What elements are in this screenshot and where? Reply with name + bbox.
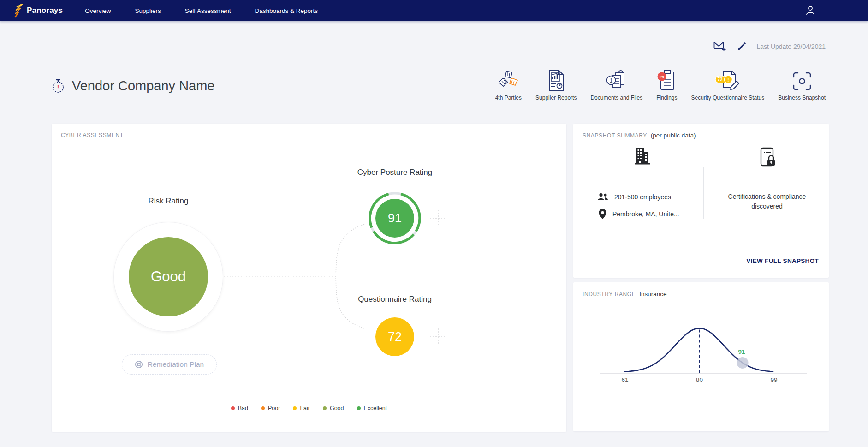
toolbar-item-findings[interactable]: 29 Findings (656, 68, 677, 101)
user-icon[interactable] (804, 5, 816, 17)
last-update-text: Last Update 29/04/2021 (757, 43, 826, 50)
nav-item-self-assessment[interactable]: Self Assessment (185, 7, 231, 14)
stopwatch-alert-icon: ! (52, 79, 65, 93)
documents-files-icon: 1 (606, 68, 628, 91)
toolbar-label: Business Snapshot (778, 95, 826, 101)
legend-item-fair: Fair (293, 405, 310, 411)
industry-range-chart: 61809991 (573, 301, 829, 411)
lifebuoy-icon (135, 360, 143, 369)
toolbar-label: Documents and Files (590, 95, 642, 101)
view-full-snapshot-link[interactable]: VIEW FULL SNAPSHOT (746, 257, 819, 264)
svg-text:61: 61 (621, 376, 628, 383)
legend-dot (261, 406, 265, 410)
business-snapshot-focus-icon (792, 68, 812, 91)
nav-item-suppliers[interactable]: Suppliers (135, 7, 161, 14)
toolbar-label: Security Questionnaire Status (691, 95, 765, 101)
findings-clipboard-icon: 29 (657, 68, 677, 91)
panorays-logo-icon (14, 4, 23, 18)
industry-range-panel: INDUSTRY RANGEInsurance 61809991 (573, 282, 829, 431)
industry-range-title: INDUSTRY RANGEInsurance (583, 291, 667, 298)
toolbar-item-questionnaire-status[interactable]: 72 ! Security Questionnaire Status (691, 68, 765, 101)
vendor-score-marker (737, 357, 749, 369)
nav-items: Overview Suppliers Self Assessment Dashb… (85, 7, 318, 14)
legend-item-excellent: Excellent (357, 405, 387, 411)
brand-name: Panorays (27, 6, 63, 15)
toolbar-label: 4th Parties (495, 95, 522, 101)
vendor-toolbar: 4th Parties Supplier Reports (495, 68, 826, 101)
rating-legend: Bad Poor Fair Good Excellent (52, 405, 566, 411)
location-text: Pembroke, MA, Unite... (612, 210, 679, 218)
legend-dot (293, 406, 297, 410)
cyber-posture-score[interactable]: 91 (375, 199, 414, 238)
location-row: Pembroke, MA, Unite... (597, 209, 679, 219)
svg-text:80: 80 (696, 376, 703, 383)
remediation-plan-button[interactable]: Remediation Plan (122, 354, 217, 375)
fourth-parties-hands-icon (497, 68, 519, 91)
risk-rating-label: Risk Rating (122, 197, 214, 206)
toolbar-item-business-snapshot[interactable]: Business Snapshot (778, 68, 826, 101)
header-actions: Last Update 29/04/2021 (713, 41, 826, 53)
svg-text:99: 99 (770, 376, 777, 383)
snapshot-summary-panel: SNAPSHOT SUMMARY(per public data) (573, 124, 829, 278)
legend-item-poor: Poor (261, 405, 280, 411)
certifications-icon (757, 147, 778, 169)
employees-row: 201-500 employees (597, 193, 671, 201)
snapshot-subtitle: (per public data) (651, 132, 696, 139)
company-building-icon (632, 146, 651, 165)
people-icon (597, 193, 608, 201)
findings-badge: 29 (660, 74, 665, 79)
cyber-posture-label: Cyber Posture Rating (326, 168, 464, 177)
certifications-text: Certifications & compliance discovered (720, 192, 814, 211)
legend-dot (323, 406, 327, 410)
questionnaire-score[interactable]: 72 (375, 317, 414, 356)
questionnaire-status-icon: 72 ! (714, 68, 741, 91)
toolbar-label: Supplier Reports (535, 95, 577, 101)
send-questionnaire-icon[interactable] (713, 41, 726, 53)
legend-dot (231, 406, 235, 410)
vertical-divider (703, 167, 704, 219)
toolbar-item-documents-files[interactable]: 1 Documents and Files (590, 68, 642, 101)
questionnaire-rating-label: Questionnaire Rating (326, 295, 464, 304)
brand[interactable]: Panorays (14, 4, 63, 18)
questionnaire-badge: 72 (717, 77, 723, 82)
legend-item-bad: Bad (231, 405, 248, 411)
toolbar-item-4th-parties[interactable]: 4th Parties (495, 68, 522, 101)
legend-item-good: Good (323, 405, 344, 411)
toolbar-item-supplier-reports[interactable]: Supplier Reports (535, 68, 577, 101)
svg-text:!: ! (727, 77, 729, 83)
remediation-plan-label: Remediation Plan (148, 360, 204, 369)
page-title: Vendor Company Name (72, 78, 215, 94)
nav-item-overview[interactable]: Overview (85, 7, 111, 14)
cyber-assessment-panel: CYBER ASSESSMENT Risk Rating Good Cyber … (52, 124, 566, 432)
svg-text:1: 1 (609, 77, 612, 84)
top-navbar: Panorays Overview Suppliers Self Assessm… (0, 0, 868, 21)
page-title-row: ! Vendor Company Name (52, 78, 215, 94)
vendor-score-label: 91 (738, 348, 745, 355)
employees-text: 201-500 employees (614, 193, 671, 201)
edit-pencil-icon[interactable] (737, 42, 747, 52)
toolbar-label: Findings (656, 95, 677, 101)
snapshot-summary-title: SNAPSHOT SUMMARY(per public data) (583, 132, 696, 139)
industry-name: Insurance (639, 291, 666, 298)
legend-dot (357, 406, 361, 410)
svg-text:!: ! (57, 83, 59, 91)
location-pin-icon (599, 209, 606, 219)
supplier-reports-icon (547, 68, 565, 91)
risk-rating-value[interactable]: Good (129, 237, 208, 316)
nav-item-dashboards-reports[interactable]: Dashboards & Reports (255, 7, 318, 14)
